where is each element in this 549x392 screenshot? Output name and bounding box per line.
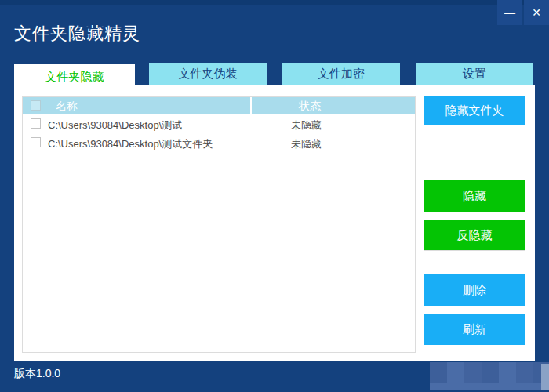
folder-path: C:\Users\93084\Desktop\测试文件夹 [48,137,213,151]
tab-label: 文件夹伪装 [179,67,238,82]
watermark-blur [430,362,549,383]
app-window: { "window": { "title": "文件夹隐藏精灵", "minim… [0,0,549,392]
row-checkbox[interactable] [31,137,41,147]
tab-folder-hide[interactable]: 文件夹隐藏 [14,64,135,89]
column-header-name: 名称 [56,100,78,114]
watermark-blur-strip [430,383,549,390]
folder-table: 名称 状态 C:\Users\93084\Desktop\测试 未隐藏 C:\U… [22,96,416,353]
minimize-icon: — [504,6,515,19]
table-row[interactable]: C:\Users\93084\Desktop\测试 未隐藏 [23,114,415,133]
folder-status: 未隐藏 [291,137,322,151]
tab-label: 文件夹隐藏 [45,70,104,85]
close-icon: ✕ [532,6,541,19]
tab-file-encrypt[interactable]: 文件加密 [282,63,400,85]
tab-settings[interactable]: 设置 [416,63,533,85]
folder-status: 未隐藏 [291,118,322,132]
hide-folder-button[interactable]: 隐藏文件夹 [424,96,525,125]
close-button[interactable]: ✕ [524,0,549,25]
table-row[interactable]: C:\Users\93084\Desktop\测试文件夹 未隐藏 [23,133,415,152]
window-top-border [0,0,549,5]
version-label: 版本1.0.0 [14,367,60,381]
column-divider [250,97,252,114]
tab-label: 设置 [463,67,486,82]
unhide-button[interactable]: 反隐藏 [424,220,525,251]
hide-button[interactable]: 隐藏 [424,180,525,212]
refresh-button[interactable]: 刷新 [424,314,525,345]
column-header-status: 状态 [299,100,321,114]
tab-label: 文件加密 [318,67,365,82]
table-header: 名称 状态 [23,97,415,114]
select-all-checkbox[interactable] [31,100,41,111]
app-title: 文件夹隐藏精灵 [14,22,140,45]
row-checkbox[interactable] [31,118,41,129]
minimize-button[interactable]: — [497,0,522,25]
delete-button[interactable]: 删除 [424,274,525,306]
tab-folder-disguise[interactable]: 文件夹伪装 [149,63,267,85]
watermark-blur-tip [541,364,549,390]
folder-path: C:\Users\93084\Desktop\测试 [48,118,182,132]
